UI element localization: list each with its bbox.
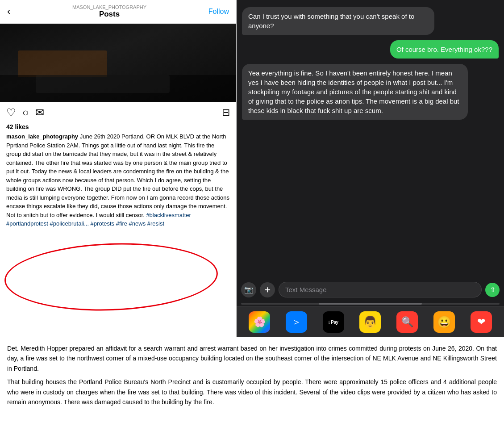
posts-title: Posts bbox=[10, 10, 208, 19]
caption-body: On MLK BLVD at the North Pprtland Police… bbox=[6, 133, 229, 218]
follow-button[interactable]: Follow bbox=[208, 8, 229, 16]
caption-username: mason_lake_photography bbox=[6, 133, 78, 140]
likes-count: 42 likes bbox=[0, 123, 236, 132]
message-bubble-3: Yea everything is fine. So I haven't bee… bbox=[242, 64, 468, 120]
heart-app-icon[interactable]: ❤ bbox=[471, 311, 492, 333]
send-button[interactable]: ⇧ bbox=[485, 283, 500, 297]
instagram-header: ‹ MASON_LAKE_PHOTOGRAPHY Posts Follow bbox=[0, 0, 236, 24]
bookmark-icon[interactable]: ⊟ bbox=[222, 107, 230, 118]
send-icon: ⇧ bbox=[490, 285, 496, 294]
search-icon[interactable]: 🔍 bbox=[396, 311, 418, 333]
applepay-icon[interactable]:  Pay bbox=[323, 311, 344, 333]
share-icon[interactable]: ✉ bbox=[35, 106, 44, 119]
legal-paragraph-2: That building houses the Portland Police… bbox=[7, 377, 497, 407]
message-bubble-1: Can I trust you with something that you … bbox=[242, 7, 434, 35]
apps-button[interactable]: ＋ bbox=[260, 282, 275, 297]
message-input-bar: 📷 ＋ Text Message ⇧ bbox=[237, 278, 504, 301]
camera-button[interactable]: 📷 bbox=[241, 282, 256, 297]
scroll-indicator bbox=[241, 303, 500, 305]
red-oval-annotation bbox=[4, 240, 219, 314]
emoji-icon[interactable]: 😀 bbox=[433, 311, 455, 333]
memoji-icon[interactable]: 👨 bbox=[359, 311, 381, 333]
legal-text-section: Det. Meredith Hopper prepared an affidav… bbox=[0, 337, 504, 427]
caption-date: June 26th 2020 Portland, OR bbox=[78, 133, 155, 140]
photos-app-icon[interactable]: 🌸 bbox=[249, 311, 270, 333]
imessage-panel: Can I trust you with something that you … bbox=[237, 0, 504, 337]
messages-area: Can I trust you with something that you … bbox=[237, 0, 504, 278]
apps-icon: ＋ bbox=[263, 284, 272, 296]
scroll-track bbox=[319, 303, 422, 305]
legal-paragraph-1: Det. Meredith Hopper prepared an affidav… bbox=[7, 343, 497, 373]
profile-username-top: MASON_LAKE_PHOTOGRAPHY bbox=[10, 4, 208, 10]
camera-icon: 📷 bbox=[244, 285, 253, 294]
post-image bbox=[0, 24, 237, 102]
text-message-input[interactable]: Text Message bbox=[279, 282, 482, 297]
back-arrow-icon[interactable]: ‹ bbox=[7, 6, 10, 17]
top-section: ‹ MASON_LAKE_PHOTOGRAPHY Posts Follow ♡ … bbox=[0, 0, 504, 337]
post-actions-bar: ♡ ○ ✉ ⊟ bbox=[0, 102, 236, 123]
main-container: ‹ MASON_LAKE_PHOTOGRAPHY Posts Follow ♡ … bbox=[0, 0, 504, 427]
message-bubble-2: Of course bro. Everything ok??? bbox=[390, 40, 499, 59]
comment-icon[interactable]: ○ bbox=[22, 106, 29, 119]
appstore-icon[interactable]: ＞ bbox=[286, 311, 307, 333]
post-caption: mason_lake_photography June 26th 2020 Po… bbox=[0, 132, 236, 337]
app-icons-bar: 🌸 ＞  Pay 👨 🔍 😀 ❤ bbox=[237, 306, 504, 337]
like-icon[interactable]: ♡ bbox=[6, 106, 16, 119]
instagram-panel: ‹ MASON_LAKE_PHOTOGRAPHY Posts Follow ♡ … bbox=[0, 0, 237, 337]
